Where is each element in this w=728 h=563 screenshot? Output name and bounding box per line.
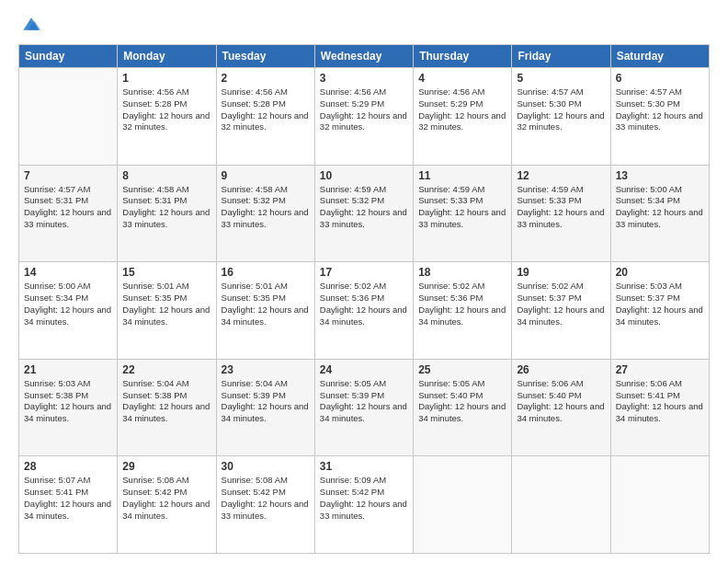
day-number: 29 [122, 460, 210, 473]
day-number: 14 [24, 266, 112, 279]
day-number: 3 [320, 72, 408, 85]
day-number: 11 [418, 169, 506, 182]
day-number: 15 [122, 266, 210, 279]
day-info: Sunrise: 4:56 AMSunset: 5:29 PMDaylight:… [418, 86, 506, 133]
calendar-cell: 4Sunrise: 4:56 AMSunset: 5:29 PMDaylight… [414, 68, 512, 166]
calendar-cell: 29Sunrise: 5:08 AMSunset: 5:42 PMDayligh… [118, 456, 216, 554]
calendar-cell: 2Sunrise: 4:56 AMSunset: 5:28 PMDaylight… [216, 68, 314, 166]
day-number: 19 [517, 266, 605, 279]
day-number: 8 [122, 169, 210, 182]
day-info: Sunrise: 5:08 AMSunset: 5:42 PMDaylight:… [122, 475, 210, 522]
calendar-cell: 20Sunrise: 5:03 AMSunset: 5:37 PMDayligh… [610, 262, 709, 360]
day-info: Sunrise: 5:09 AMSunset: 5:42 PMDaylight:… [320, 475, 408, 522]
day-info: Sunrise: 5:02 AMSunset: 5:37 PMDaylight:… [517, 281, 605, 327]
day-number: 2 [222, 72, 310, 85]
calendar-cell: 7Sunrise: 4:57 AMSunset: 5:31 PMDaylight… [19, 165, 118, 262]
day-number: 27 [616, 363, 704, 376]
day-number: 7 [24, 169, 112, 182]
day-info: Sunrise: 5:05 AMSunset: 5:40 PMDaylight:… [418, 378, 506, 425]
day-info: Sunrise: 5:03 AMSunset: 5:38 PMDaylight:… [24, 378, 112, 425]
calendar-cell: 5Sunrise: 4:57 AMSunset: 5:30 PMDaylight… [512, 68, 610, 166]
header [18, 17, 710, 35]
calendar-cell: 31Sunrise: 5:09 AMSunset: 5:42 PMDayligh… [314, 456, 413, 554]
calendar-cell: 6Sunrise: 4:57 AMSunset: 5:30 PMDaylight… [610, 68, 709, 166]
day-number: 20 [616, 266, 704, 279]
calendar-week-row: 14Sunrise: 5:00 AMSunset: 5:34 PMDayligh… [19, 262, 710, 360]
day-info: Sunrise: 4:59 AMSunset: 5:33 PMDaylight:… [418, 184, 506, 231]
day-number: 30 [222, 460, 310, 473]
day-number: 4 [418, 72, 506, 85]
day-info: Sunrise: 4:56 AMSunset: 5:29 PMDaylight:… [320, 86, 408, 133]
day-number: 17 [320, 266, 408, 279]
calendar-cell [610, 456, 709, 554]
calendar-cell: 15Sunrise: 5:01 AMSunset: 5:35 PMDayligh… [118, 262, 216, 360]
weekday-header: Thursday [414, 45, 512, 68]
day-number: 16 [222, 266, 310, 279]
calendar-cell: 16Sunrise: 5:01 AMSunset: 5:35 PMDayligh… [216, 262, 314, 360]
calendar-week-row: 1Sunrise: 4:56 AMSunset: 5:28 PMDaylight… [19, 68, 710, 166]
calendar-week-row: 7Sunrise: 4:57 AMSunset: 5:31 PMDaylight… [19, 165, 710, 262]
day-info: Sunrise: 5:02 AMSunset: 5:36 PMDaylight:… [418, 281, 506, 327]
day-info: Sunrise: 4:57 AMSunset: 5:31 PMDaylight:… [24, 184, 112, 231]
calendar-cell [512, 456, 610, 554]
page: SundayMondayTuesdayWednesdayThursdayFrid… [0, 0, 728, 563]
weekday-header: Monday [118, 45, 216, 68]
day-info: Sunrise: 5:01 AMSunset: 5:35 PMDaylight:… [222, 281, 310, 327]
day-info: Sunrise: 5:06 AMSunset: 5:40 PMDaylight:… [517, 378, 605, 425]
day-info: Sunrise: 4:56 AMSunset: 5:28 PMDaylight:… [222, 86, 310, 133]
calendar-cell: 1Sunrise: 4:56 AMSunset: 5:28 PMDaylight… [118, 68, 216, 166]
day-info: Sunrise: 4:59 AMSunset: 5:33 PMDaylight:… [517, 184, 605, 231]
calendar-cell [414, 456, 512, 554]
day-info: Sunrise: 4:57 AMSunset: 5:30 PMDaylight:… [517, 86, 605, 133]
day-info: Sunrise: 4:58 AMSunset: 5:32 PMDaylight:… [222, 184, 310, 231]
calendar-cell: 30Sunrise: 5:08 AMSunset: 5:42 PMDayligh… [216, 456, 314, 554]
day-number: 31 [320, 460, 408, 473]
day-number: 23 [222, 363, 310, 376]
weekday-header-row: SundayMondayTuesdayWednesdayThursdayFrid… [19, 45, 710, 68]
day-number: 22 [122, 363, 210, 376]
calendar-cell: 23Sunrise: 5:04 AMSunset: 5:39 PMDayligh… [216, 359, 314, 456]
day-info: Sunrise: 5:08 AMSunset: 5:42 PMDaylight:… [222, 475, 310, 522]
logo-icon [20, 13, 42, 35]
weekday-header: Saturday [610, 45, 709, 68]
calendar: SundayMondayTuesdayWednesdayThursdayFrid… [18, 44, 710, 554]
day-info: Sunrise: 5:04 AMSunset: 5:39 PMDaylight:… [222, 378, 310, 425]
day-number: 6 [616, 72, 704, 85]
day-number: 18 [418, 266, 506, 279]
weekday-header: Tuesday [216, 45, 314, 68]
day-info: Sunrise: 4:58 AMSunset: 5:31 PMDaylight:… [122, 184, 210, 231]
calendar-cell: 22Sunrise: 5:04 AMSunset: 5:38 PMDayligh… [118, 359, 216, 456]
calendar-cell: 24Sunrise: 5:05 AMSunset: 5:39 PMDayligh… [314, 359, 413, 456]
calendar-cell [19, 68, 118, 166]
day-number: 28 [24, 460, 112, 473]
calendar-cell: 10Sunrise: 4:59 AMSunset: 5:32 PMDayligh… [314, 165, 413, 262]
day-info: Sunrise: 4:56 AMSunset: 5:28 PMDaylight:… [122, 86, 210, 133]
calendar-cell: 27Sunrise: 5:06 AMSunset: 5:41 PMDayligh… [610, 359, 709, 456]
calendar-cell: 18Sunrise: 5:02 AMSunset: 5:36 PMDayligh… [414, 262, 512, 360]
day-number: 13 [616, 169, 704, 182]
day-number: 12 [517, 169, 605, 182]
calendar-week-row: 21Sunrise: 5:03 AMSunset: 5:38 PMDayligh… [19, 359, 710, 456]
calendar-cell: 11Sunrise: 4:59 AMSunset: 5:33 PMDayligh… [414, 165, 512, 262]
calendar-cell: 21Sunrise: 5:03 AMSunset: 5:38 PMDayligh… [19, 359, 118, 456]
day-number: 25 [418, 363, 506, 376]
day-info: Sunrise: 5:04 AMSunset: 5:38 PMDaylight:… [122, 378, 210, 425]
day-info: Sunrise: 4:59 AMSunset: 5:32 PMDaylight:… [320, 184, 408, 231]
day-info: Sunrise: 4:57 AMSunset: 5:30 PMDaylight:… [616, 86, 704, 133]
calendar-cell: 13Sunrise: 5:00 AMSunset: 5:34 PMDayligh… [610, 165, 709, 262]
calendar-cell: 14Sunrise: 5:00 AMSunset: 5:34 PMDayligh… [19, 262, 118, 360]
weekday-header: Friday [512, 45, 610, 68]
calendar-cell: 17Sunrise: 5:02 AMSunset: 5:36 PMDayligh… [314, 262, 413, 360]
logo [18, 20, 42, 35]
day-number: 5 [517, 72, 605, 85]
day-info: Sunrise: 5:02 AMSunset: 5:36 PMDaylight:… [320, 281, 408, 327]
weekday-header: Wednesday [314, 45, 413, 68]
day-info: Sunrise: 5:00 AMSunset: 5:34 PMDaylight:… [24, 281, 112, 327]
day-number: 1 [122, 72, 210, 85]
day-number: 9 [222, 169, 310, 182]
day-info: Sunrise: 5:07 AMSunset: 5:41 PMDaylight:… [24, 475, 112, 522]
day-number: 26 [517, 363, 605, 376]
calendar-cell: 12Sunrise: 4:59 AMSunset: 5:33 PMDayligh… [512, 165, 610, 262]
calendar-cell: 19Sunrise: 5:02 AMSunset: 5:37 PMDayligh… [512, 262, 610, 360]
weekday-header: Sunday [19, 45, 118, 68]
